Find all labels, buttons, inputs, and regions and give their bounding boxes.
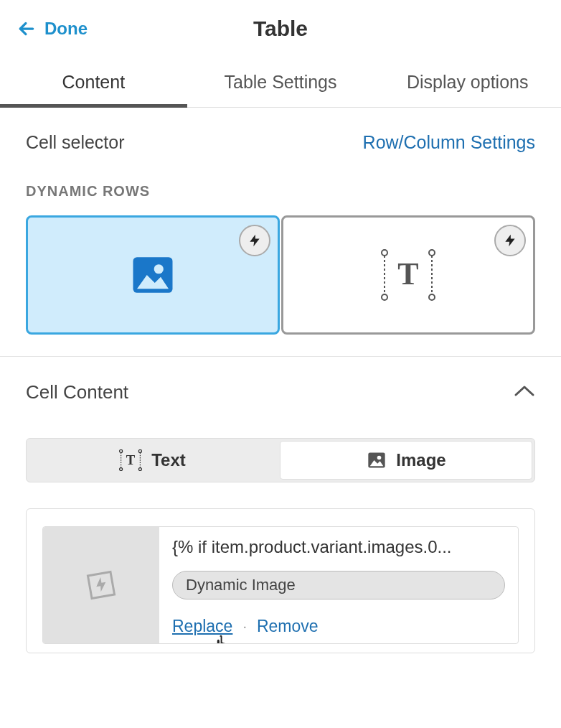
image-icon: [366, 450, 387, 470]
tab-content[interactable]: Content: [0, 57, 187, 107]
done-label: Done: [44, 19, 88, 39]
seg-text[interactable]: T Text: [27, 439, 278, 482]
svg-point-12: [120, 468, 123, 471]
tab-label: Content: [62, 72, 126, 93]
dynamic-badge: [239, 225, 270, 256]
tab-display-options[interactable]: Display options: [374, 57, 561, 107]
dynamic-image-pill[interactable]: Dynamic Image: [172, 571, 505, 599]
tab-label: Display options: [407, 72, 529, 93]
arrow-left-icon: [17, 19, 36, 38]
bolt-icon: [503, 232, 517, 249]
content-box: {% if item.product.variant.images.0... D…: [26, 508, 535, 653]
seg-image[interactable]: Image: [280, 441, 532, 480]
seg-image-label: Image: [396, 450, 446, 470]
svg-text:T: T: [126, 452, 136, 467]
header: Done Table: [0, 0, 561, 57]
thumbnail: [43, 527, 159, 643]
cell-content-title: Cell Content: [26, 381, 128, 403]
collapse-button[interactable]: [514, 384, 535, 401]
cell-image-card[interactable]: [26, 215, 280, 335]
text-frame-icon: T: [118, 449, 143, 471]
template-code: {% if item.product.variant.images.0...: [172, 537, 505, 557]
image-icon: [129, 251, 176, 299]
cell-selector-section: Cell selector Row/Column Settings DYNAMI…: [0, 108, 561, 356]
svg-point-5: [382, 294, 387, 300]
pill-label: Dynamic Image: [186, 576, 296, 594]
dynamic-image-placeholder-icon: [83, 567, 119, 603]
media-actions: Replace · Remove: [172, 617, 505, 636]
content-type-toggle: T Text Image: [26, 438, 535, 482]
seg-text-label: Text: [151, 450, 186, 470]
svg-point-18: [377, 456, 382, 460]
svg-point-11: [139, 449, 142, 452]
page-title: Table: [253, 17, 308, 41]
remove-link[interactable]: Remove: [257, 617, 319, 636]
svg-point-13: [139, 468, 142, 471]
separator-dot: ·: [242, 618, 247, 635]
text-frame-icon: T: [380, 248, 436, 302]
cells-row: T: [26, 215, 535, 335]
tab-label: Table Settings: [224, 72, 336, 93]
svg-point-4: [429, 250, 435, 256]
replace-link[interactable]: Replace: [172, 617, 232, 636]
svg-point-6: [429, 294, 435, 300]
svg-text:T: T: [397, 256, 418, 291]
cell-text-card[interactable]: T: [281, 215, 535, 335]
cell-content-section: Cell Content T Text Image: [0, 357, 561, 653]
tab-table-settings[interactable]: Table Settings: [187, 57, 374, 107]
tabs: Content Table Settings Display options: [0, 57, 561, 108]
done-button[interactable]: Done: [17, 19, 88, 39]
svg-point-3: [382, 250, 387, 256]
cell-selector-label: Cell selector: [26, 132, 125, 153]
dynamic-rows-subhead: DYNAMIC ROWS: [26, 183, 535, 200]
media-info: {% if item.product.variant.images.0... D…: [159, 527, 518, 643]
chevron-up-icon: [514, 384, 535, 398]
bolt-icon: [248, 232, 262, 249]
svg-point-2: [154, 264, 164, 274]
media-row: {% if item.product.variant.images.0... D…: [42, 526, 519, 644]
cursor-pointer-icon: [212, 634, 234, 644]
svg-point-10: [120, 449, 123, 452]
dynamic-badge: [494, 225, 526, 256]
row-column-settings-link[interactable]: Row/Column Settings: [363, 132, 535, 153]
